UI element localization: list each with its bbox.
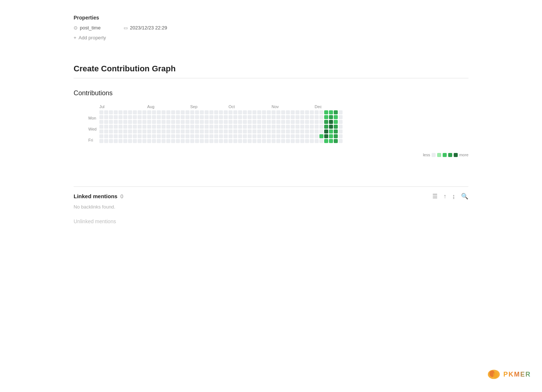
grid-cell — [176, 139, 180, 143]
graph-section-title: Create Contribution Graph — [74, 64, 468, 78]
grid-cell — [291, 129, 295, 133]
grid-cell — [133, 120, 137, 124]
grid-cell — [133, 125, 137, 129]
day-label-mon: Mon — [88, 116, 96, 121]
grid-cell — [128, 139, 132, 143]
svg-point-2 — [493, 372, 498, 378]
grid-cell — [171, 110, 175, 114]
grid-cell — [128, 110, 132, 114]
grid-cell — [262, 125, 266, 129]
grid-cell — [166, 139, 170, 143]
grid-cell — [305, 125, 309, 129]
grid-cell — [262, 120, 266, 124]
grid-cell — [185, 125, 189, 129]
grid-cell — [319, 125, 323, 129]
contributions-label: Contributions — [74, 89, 468, 97]
grid-cell — [286, 115, 290, 119]
grid-cell — [291, 134, 295, 138]
grid-cell — [195, 110, 199, 114]
grid-cell — [138, 120, 142, 124]
grid-cell — [114, 125, 118, 129]
grid-cell — [276, 139, 280, 143]
grid-cell — [166, 129, 170, 133]
grid-cell — [238, 125, 242, 129]
month-label-jul: Jul — [99, 104, 147, 109]
day-label-wed: Wed — [88, 127, 96, 132]
grid-cell — [181, 134, 185, 138]
grid-cell — [267, 115, 271, 119]
legend-cell-0 — [432, 153, 436, 157]
grid-cell — [99, 129, 103, 133]
grid-cell — [257, 125, 261, 129]
grid-cell — [190, 129, 194, 133]
grid-cell — [209, 125, 213, 129]
add-property-button[interactable]: + Add property — [74, 33, 106, 42]
grid-cell — [257, 134, 261, 138]
grid-cell — [118, 115, 123, 119]
grid-cell — [205, 120, 209, 124]
grid-cell — [272, 129, 276, 133]
grid-cell — [147, 115, 151, 119]
grid-cell — [329, 125, 333, 129]
sort-asc-icon[interactable]: ↑ — [443, 193, 446, 200]
grid-cell — [118, 125, 123, 129]
grid-cell — [219, 134, 223, 138]
grid-cell — [128, 120, 132, 124]
grid-cell — [185, 120, 189, 124]
grid-cell — [190, 115, 194, 119]
grid-cell — [162, 134, 166, 138]
grid-cell — [209, 129, 213, 133]
grid-cell — [281, 139, 285, 143]
grid-cell — [281, 120, 285, 124]
grid-cell — [114, 129, 118, 133]
grid-cell — [166, 115, 170, 119]
grid-cell — [300, 134, 304, 138]
sort-desc-icon[interactable]: ↨ — [452, 193, 455, 200]
grid-cell — [324, 129, 328, 133]
grid-cell — [229, 120, 233, 124]
grid-cell — [128, 125, 132, 129]
grid-cell — [171, 125, 175, 129]
grid-cell — [195, 139, 199, 143]
grid-cell — [310, 110, 314, 114]
grid-cell — [300, 129, 304, 133]
grid-cell — [142, 125, 146, 129]
mentions-title-group: Linked mentions 0 — [74, 193, 123, 199]
grid-row-4 — [99, 129, 343, 133]
mentions-actions: ☰ ↑ ↨ 🔍 — [432, 193, 468, 200]
grid-cell — [104, 129, 108, 133]
search-icon[interactable]: 🔍 — [461, 193, 468, 200]
grid-cell — [238, 134, 242, 138]
grid-cell — [295, 120, 300, 124]
grid-cell — [162, 139, 166, 143]
list-view-icon[interactable]: ☰ — [432, 193, 438, 200]
grid-cell — [315, 129, 319, 133]
grid-cell — [276, 134, 280, 138]
grid-cell — [276, 110, 280, 114]
grid-cell — [133, 139, 137, 143]
grid-cell — [276, 125, 280, 129]
grid-cell — [104, 139, 108, 143]
grid-cell — [209, 139, 213, 143]
grid-cell — [276, 120, 280, 124]
grid-cell — [248, 115, 252, 119]
grid-cell — [219, 120, 223, 124]
grid-cell — [200, 125, 204, 129]
grid-cell — [243, 139, 247, 143]
grid-cell — [252, 139, 256, 143]
grid-cell — [114, 115, 118, 119]
grid-cell — [176, 110, 180, 114]
grid-cell — [152, 110, 156, 114]
grid-cell — [162, 115, 166, 119]
grid-cell — [291, 110, 295, 114]
legend-cell-3 — [448, 153, 452, 157]
grid-cell — [300, 115, 304, 119]
grid-cell — [305, 134, 309, 138]
grid-cell — [310, 115, 314, 119]
grid-cell — [295, 115, 300, 119]
grid-cell — [195, 125, 199, 129]
grid-cell — [300, 120, 304, 124]
grid-cell — [224, 115, 228, 119]
grid-cell — [104, 120, 108, 124]
grid-cell — [133, 129, 137, 133]
